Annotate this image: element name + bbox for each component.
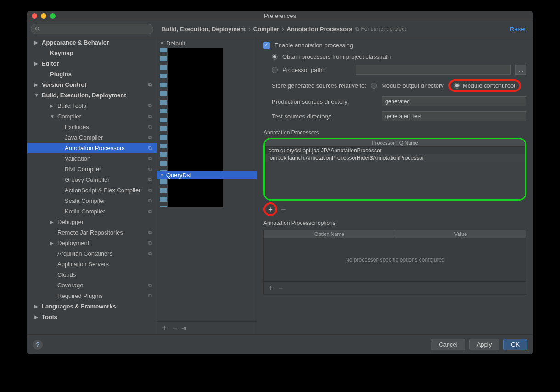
profile-querydsl[interactable]: ▼ QueryDsl (157, 171, 257, 179)
preferences-window: Preferences Build, Execution, Deployment… (27, 11, 533, 354)
project-scope-icon: ⧉ (148, 251, 152, 257)
sidebar-item-clouds[interactable]: Clouds (27, 269, 157, 280)
processors-column-header: Processor FQ Name (265, 139, 525, 147)
reset-link[interactable]: Reset (510, 26, 526, 33)
processor-path-radio[interactable] (272, 67, 278, 73)
dialog-footer: ? Cancel Apply OK (27, 334, 533, 354)
processor-row[interactable]: lombok.launch.AnnotationProcessorHider$A… (265, 154, 525, 162)
project-scope-icon: ⧉ (148, 145, 152, 151)
project-scope-icon: ⧉ (148, 293, 152, 299)
sidebar-item-editor[interactable]: ▶Editor (27, 58, 157, 69)
cancel-button[interactable]: Cancel (431, 339, 465, 350)
profile-panel: ▼ Default ▼ QueryDsl ＋ − ⇥ (157, 37, 257, 334)
sidebar-item-tools[interactable]: ▶Tools (27, 312, 157, 322)
enable-label: Enable annotation processing (274, 42, 353, 49)
chevron-right-icon: ▶ (50, 219, 56, 224)
top-row: Build, Execution, Deployment › Compiler … (27, 21, 533, 37)
project-scope-icon: ⧉ (148, 187, 152, 193)
sidebar-item-keymap[interactable]: Keymap (27, 48, 157, 58)
project-scope-icon: ⧉ (148, 134, 152, 140)
chevron-right-icon: ▶ (34, 304, 40, 309)
add-profile-icon[interactable]: ＋ (161, 323, 168, 333)
project-scope-icon: ⧉ (148, 166, 152, 172)
enable-annotation-processing-checkbox[interactable] (263, 42, 270, 49)
module-content-root-radio[interactable] (454, 83, 460, 89)
redacted-module-list (168, 179, 223, 207)
project-scope-icon: ⧉ (148, 103, 152, 109)
sidebar-item-deployment[interactable]: ▶Deployment⧉ (27, 238, 157, 248)
sidebar-item-java-compiler[interactable]: Java Compiler⧉ (27, 132, 157, 143)
sidebar-item-appearance-behavior[interactable]: ▶Appearance & Behavior (27, 37, 157, 48)
sidebar-item-annotation-processors[interactable]: Annotation Processors⧉ (27, 143, 157, 153)
remove-option-button[interactable]: − (279, 284, 283, 292)
settings-form: Enable annotation processing Obtain proc… (257, 37, 533, 334)
project-scope-icon: ⧉ (148, 230, 152, 235)
sidebar-item-languages-frameworks[interactable]: ▶Languages & Frameworks (27, 301, 157, 312)
processor-row[interactable]: com.querydsl.apt.jpa.JPAAnnotationProces… (265, 147, 525, 154)
sidebar-item-version-control[interactable]: ▶Version Control⧉ (27, 79, 157, 90)
sidebar-item-kotlin-compiler[interactable]: Kotlin Compiler⧉ (27, 206, 157, 217)
prod-sources-input[interactable] (382, 96, 526, 106)
sidebar-item-coverage[interactable]: Coverage⧉ (27, 280, 157, 291)
help-button[interactable]: ? (33, 340, 43, 350)
sidebar-item-plugins[interactable]: Plugins (27, 69, 157, 79)
option-name-column: Option Name (264, 230, 395, 238)
category-tree[interactable]: ▶Appearance & BehaviorKeymap▶EditorPlugi… (27, 37, 157, 334)
sidebar-item-remote-jar-repositories[interactable]: Remote Jar Repositories⧉ (27, 227, 157, 238)
sidebar-item-scala-compiler[interactable]: Scala Compiler⧉ (27, 196, 157, 206)
titlebar: Preferences (27, 11, 533, 21)
options-empty-text: No processor-specific options configured (264, 238, 526, 281)
chevron-down-icon: ▼ (160, 173, 164, 178)
chevron-right-icon: ▶ (34, 82, 40, 87)
sidebar-item-required-plugins[interactable]: Required Plugins⧉ (27, 291, 157, 301)
search-icon (35, 26, 40, 32)
svg-point-0 (36, 27, 39, 30)
svg-line-1 (39, 30, 40, 31)
project-scope-icon: ⧉ (148, 240, 152, 246)
module-output-radio[interactable] (371, 83, 377, 89)
chevron-right-icon: ▶ (34, 61, 40, 66)
profile-tree[interactable]: ▼ Default ▼ QueryDsl (157, 37, 257, 321)
processor-path-input[interactable] (356, 65, 511, 75)
sidebar-item-application-servers[interactable]: Application Servers (27, 259, 157, 269)
add-option-button[interactable]: ＋ (267, 283, 274, 293)
sidebar-item-build-tools[interactable]: ▶Build Tools⧉ (27, 101, 157, 111)
scope-indicator: ⧉ For current project (355, 26, 406, 32)
sidebar-item-debugger[interactable]: ▶Debugger (27, 217, 157, 227)
test-sources-label: Test sources directory: (272, 113, 377, 120)
sidebar-item-excludes[interactable]: Excludes⧉ (27, 122, 157, 132)
apply-button[interactable]: Apply (469, 339, 500, 350)
move-to-icon[interactable]: ⇥ (181, 325, 186, 331)
processors-heading: Annotation Processors (263, 129, 526, 136)
search-input[interactable] (43, 26, 149, 32)
add-processor-button[interactable]: ＋ (263, 202, 277, 216)
chevron-right-icon: ▶ (50, 241, 56, 246)
profile-toolbar: ＋ − ⇥ (157, 321, 257, 334)
obtain-from-classpath-radio[interactable] (272, 54, 278, 60)
sidebar-item-actionscript-flex-compiler[interactable]: ActionScript & Flex Compiler⧉ (27, 185, 157, 196)
remove-processor-button[interactable]: − (281, 205, 286, 214)
project-icon: ⧉ (355, 26, 359, 32)
chevron-right-icon: ▶ (50, 103, 56, 108)
ok-button[interactable]: OK (503, 339, 527, 350)
sidebar-item-build-execution-deployment[interactable]: ▼Build, Execution, Deployment (27, 90, 157, 101)
chevron-down-icon: ▼ (34, 93, 40, 98)
remove-profile-icon[interactable]: − (173, 324, 177, 332)
options-heading: Annotation Processor options (263, 220, 526, 226)
option-value-column: Value (395, 230, 526, 238)
sidebar-item-validation[interactable]: Validation⧉ (27, 153, 157, 164)
sidebar-item-rmi-compiler[interactable]: RMI Compiler⧉ (27, 164, 157, 174)
test-sources-input[interactable] (382, 111, 526, 121)
browse-button[interactable]: … (515, 65, 526, 75)
sidebar-item-compiler[interactable]: ▼Compiler⧉ (27, 111, 157, 122)
chevron-down-icon: ▼ (160, 41, 164, 46)
search-input-wrapper[interactable] (31, 24, 153, 34)
store-relative-label: Store generated sources relative to: (272, 82, 366, 89)
sidebar-item-arquillian-containers[interactable]: Arquillian Containers⧉ (27, 248, 157, 259)
chevron-right-icon: › (248, 26, 250, 33)
breadcrumb: Build, Execution, Deployment › Compiler … (157, 26, 533, 33)
project-scope-icon: ⧉ (148, 282, 152, 288)
profile-default[interactable]: ▼ Default (157, 39, 257, 48)
window-title: Preferences (27, 12, 533, 19)
sidebar-item-groovy-compiler[interactable]: Groovy Compiler⧉ (27, 174, 157, 185)
